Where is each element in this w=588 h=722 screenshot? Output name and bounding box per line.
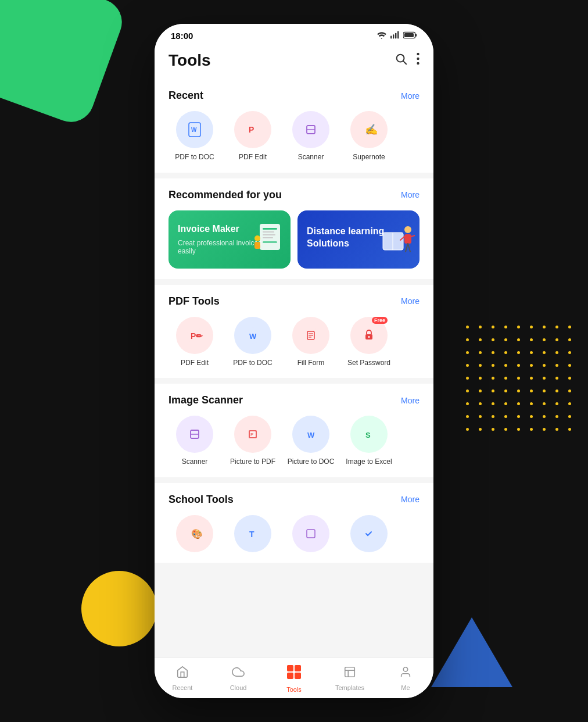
nav-tools-icon xyxy=(286,664,302,684)
svg-text:T: T xyxy=(249,530,254,539)
tool-school-1[interactable]: 🎨 xyxy=(168,515,221,552)
image-scanner-more-link[interactable]: More xyxy=(401,396,420,405)
scanner-label-2: Scanner xyxy=(182,457,208,467)
recommended-section: Recommended for you More Invoice Maker C… xyxy=(155,178,433,279)
recommended-section-header: Recommended for you More xyxy=(168,189,420,201)
picture-to-doc-icon: W xyxy=(292,416,329,453)
pdf-tools-grid: P✏ PDF Edit W PDF to DOC Fill Form xyxy=(168,317,420,368)
recent-more-link[interactable]: More xyxy=(401,91,420,101)
svg-rect-25 xyxy=(263,234,275,235)
svg-rect-22 xyxy=(260,224,280,250)
svg-rect-73 xyxy=(345,667,355,677)
picture-to-pdf-icon: P xyxy=(234,416,271,453)
svg-rect-24 xyxy=(263,231,274,233)
image-to-excel-label: Image to Excel xyxy=(346,457,392,467)
pdf-edit-label: PDF Edit xyxy=(239,153,267,162)
svg-point-76 xyxy=(403,667,407,671)
tool-school-4[interactable] xyxy=(343,515,395,552)
nav-recent-icon xyxy=(176,666,189,682)
scanner-icon-2 xyxy=(176,416,213,453)
nav-recent[interactable]: Recent xyxy=(155,658,210,698)
svg-point-66 xyxy=(303,526,319,542)
more-menu-icon[interactable] xyxy=(417,52,420,69)
recommended-more-link[interactable]: More xyxy=(401,190,420,199)
svg-text:S: S xyxy=(365,431,371,439)
status-bar: 18:00 xyxy=(155,24,433,45)
svg-rect-70 xyxy=(295,665,301,671)
svg-rect-29 xyxy=(254,242,260,249)
nav-templates-label: Templates xyxy=(335,684,364,691)
svg-rect-5 xyxy=(415,33,417,36)
status-time: 18:00 xyxy=(171,31,193,41)
distance-learning-image xyxy=(380,218,415,264)
recent-section-header: Recent More xyxy=(168,90,420,102)
pdf-to-doc-icon-2: W xyxy=(234,317,271,354)
nav-recent-label: Recent xyxy=(173,684,193,691)
image-scanner-section: Image Scanner More Scanner P Picture to … xyxy=(155,384,433,477)
school-tools-more-link[interactable]: More xyxy=(401,495,420,504)
tool-set-password[interactable]: Free Set Password xyxy=(343,317,395,368)
recommended-cards: Invoice Maker Creat professional invoice… xyxy=(168,210,420,269)
school-tool-3-icon xyxy=(292,515,329,552)
svg-rect-69 xyxy=(287,665,293,671)
svg-text:W: W xyxy=(191,127,197,133)
image-to-excel-icon: S xyxy=(350,416,388,453)
tool-picture-to-doc[interactable]: W Picture to DOC xyxy=(285,416,337,467)
svg-rect-71 xyxy=(287,673,293,679)
tool-scanner[interactable]: Scanner xyxy=(168,416,221,467)
tool-school-2[interactable]: T xyxy=(227,515,279,552)
pdf-tools-title: PDF Tools xyxy=(168,295,220,308)
svg-text:P: P xyxy=(250,432,253,437)
nav-cloud-label: Cloud xyxy=(230,684,247,691)
pdf-edit-label-2: PDF Edit xyxy=(181,359,209,368)
svg-line-8 xyxy=(403,61,406,64)
picture-to-doc-label: Picture to DOC xyxy=(288,457,335,467)
image-scanner-tools-grid: Scanner P Picture to PDF W Picture to DO… xyxy=(168,416,420,467)
tool-pdf-edit[interactable]: P✏ PDF Edit xyxy=(168,317,221,368)
page-title: Tools xyxy=(168,51,211,70)
svg-rect-0 xyxy=(390,36,392,39)
pdf-tools-more-link[interactable]: More xyxy=(401,296,420,306)
main-content: Recent More W PDF to DOC P PDF Edit xyxy=(155,79,433,649)
tool-scanner-recent[interactable]: Scanner xyxy=(285,111,337,162)
nav-templates[interactable]: Templates xyxy=(322,658,378,698)
tool-school-3[interactable] xyxy=(285,515,337,552)
phone-frame: 18:00 Tools xyxy=(155,24,433,698)
picture-to-pdf-label: Picture to PDF xyxy=(230,457,275,467)
status-icons xyxy=(377,31,417,41)
tool-supernote-recent[interactable]: ✍ Supernote xyxy=(343,111,395,162)
tool-picture-to-pdf[interactable]: P Picture to PDF xyxy=(227,416,279,467)
set-password-label: Set Password xyxy=(347,359,390,368)
distance-learning-card[interactable]: Distance learning Solutions xyxy=(297,210,420,269)
nav-tools-label: Tools xyxy=(286,686,302,693)
tool-pdf-edit-recent[interactable]: P PDF Edit xyxy=(227,111,279,162)
scanner-icon xyxy=(292,111,329,148)
tool-image-to-excel[interactable]: S Image to Excel xyxy=(343,416,395,467)
tool-fill-form[interactable]: Fill Form xyxy=(285,317,337,368)
search-icon[interactable] xyxy=(395,52,407,69)
svg-rect-72 xyxy=(295,673,301,679)
tool-pdf-to-doc[interactable]: W PDF to DOC xyxy=(227,317,279,368)
recommended-title: Recommended for you xyxy=(168,189,282,201)
bg-decoration-circle xyxy=(81,571,157,646)
nav-me[interactable]: Me xyxy=(378,658,433,698)
invoice-maker-card[interactable]: Invoice Maker Creat professional invoice… xyxy=(168,210,291,269)
svg-rect-3 xyxy=(397,31,399,39)
recent-tools-grid: W PDF to DOC P PDF Edit Scanner xyxy=(168,111,420,162)
nav-me-label: Me xyxy=(401,684,410,691)
bg-decoration-green xyxy=(0,0,128,128)
school-tools-section-header: School Tools More xyxy=(168,494,420,506)
svg-point-11 xyxy=(417,62,419,65)
svg-line-38 xyxy=(411,235,415,237)
image-scanner-title: Image Scanner xyxy=(168,394,243,406)
svg-line-36 xyxy=(408,244,410,252)
svg-point-10 xyxy=(417,58,419,60)
bottom-navigation: Recent Cloud Tools Templates xyxy=(155,657,433,698)
recent-section: Recent More W PDF to DOC P PDF Edit xyxy=(155,79,433,173)
svg-text:W: W xyxy=(249,332,257,341)
svg-rect-6 xyxy=(404,33,414,37)
pdf-edit-icon: P xyxy=(234,111,271,148)
nav-cloud[interactable]: Cloud xyxy=(210,658,266,698)
tool-pdf-to-doc-recent[interactable]: W PDF to DOC xyxy=(168,111,221,162)
nav-tools[interactable]: Tools xyxy=(266,658,322,698)
